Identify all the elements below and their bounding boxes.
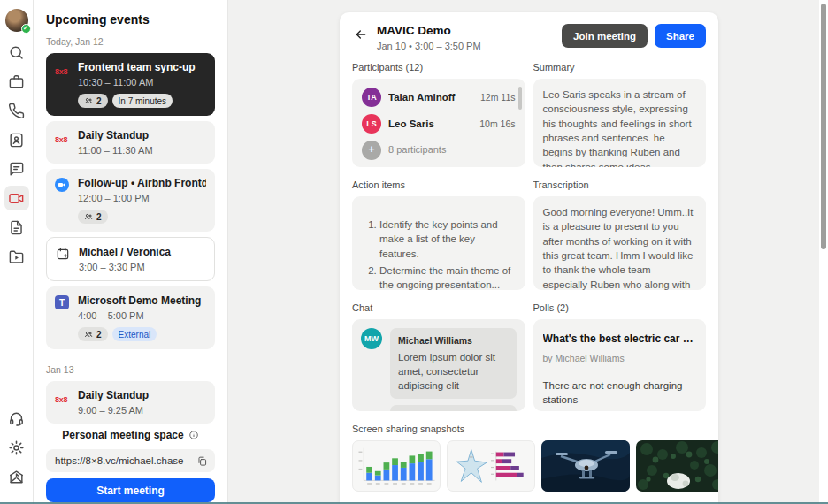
meetings-video-icon[interactable] [4, 186, 29, 210]
event-time: 9:00 – 9:25 AM [78, 405, 206, 416]
people-icon [84, 330, 93, 339]
countdown-chip: In 7 minutes [112, 94, 172, 108]
calls-phone-icon[interactable] [4, 98, 29, 123]
more-participants-label: 8 participants [388, 143, 446, 157]
event-time: 11:00 – 11:30 AM [78, 145, 206, 156]
transcription-text: Good morning everyone! Umm..It is a plea… [543, 207, 694, 290]
event-time: 10:30 – 11:00 AM [78, 77, 206, 88]
chat-author-name: Michael Williams [398, 334, 509, 347]
participant-avatar: LS [362, 114, 381, 134]
search-icon[interactable] [4, 40, 29, 65]
support-headset-icon[interactable] [4, 406, 29, 431]
people-icon [84, 212, 93, 221]
event-card-frontend-sync[interactable]: 8x8 Frontend team sync-up 10:30 – 11:00 … [46, 53, 215, 116]
8x8-logo: 8x8 [55, 135, 67, 144]
action-item: Identify the key points and make a list … [380, 218, 516, 261]
chat-message-bubble: Michael Williams Lorem ipsum dolor sit a… [390, 328, 517, 399]
snapshot-radar-and-bars[interactable] [447, 440, 535, 492]
meeting-header: MAVIC Demo Jan 10 • 3:00 – 3:50 PM Join … [352, 24, 706, 51]
summary-label: Summary [533, 62, 707, 73]
polls-card[interactable]: What's the best electric car other… by M… [533, 319, 707, 411]
meeting-title: MAVIC Demo [377, 24, 555, 37]
more-participants-plus-icon: + [362, 141, 381, 160]
event-title: Follow-up • Airbnb Frontdesk [78, 177, 206, 189]
poll-option-text: There are not enough charging stations [543, 378, 697, 408]
event-title: Daily Standup [78, 389, 206, 401]
external-chip: External [112, 327, 157, 341]
people-icon [84, 96, 93, 105]
share-button[interactable]: Share [655, 24, 706, 48]
meeting-detail-card: MAVIC Demo Jan 10 • 3:00 – 3:50 PM Join … [340, 12, 718, 504]
work-briefcase-icon[interactable] [4, 69, 29, 94]
window-scrollbar-thumb[interactable] [821, 4, 826, 249]
chat-author-avatar: MW [361, 328, 382, 349]
settings-gear-icon[interactable] [4, 435, 29, 460]
action-item: Determine the main theme of the ongoing … [380, 263, 516, 290]
event-title: Daily Standup [78, 129, 206, 141]
summary-card: Leo Saris speaks in a stream of consciou… [533, 79, 707, 167]
participants-scrollbar[interactable] [518, 87, 522, 110]
messages-icon[interactable] [4, 157, 29, 181]
8x8-logo: 8x8 [55, 67, 67, 76]
participants-chip: 2 [78, 94, 108, 108]
recordings-folder-play-icon[interactable] [4, 244, 29, 269]
participant-row[interactable]: LS Leo Saris 10m 16s [362, 114, 516, 134]
calendar-plus-icon [56, 247, 70, 261]
participants-more-row[interactable]: + 8 participants [362, 141, 516, 160]
event-title: Michael / Veronica [79, 246, 205, 258]
participant-duration: 10m 16s [479, 118, 515, 131]
poll-question: What's the best electric car other… [543, 332, 697, 347]
snapshot-bar-chart[interactable] [352, 440, 441, 492]
transcription-label: Transcription [533, 179, 707, 190]
contacts-icon[interactable] [4, 127, 29, 152]
event-card-microsoft-demo[interactable]: T Microsoft Demo Meeting 4:00 – 5:00 PM … [46, 286, 215, 349]
join-meeting-header-button[interactable]: Join meeting [562, 24, 648, 48]
transcription-card: Good morning everyone! Umm..It is a plea… [533, 196, 707, 290]
notes-document-icon[interactable] [4, 215, 29, 240]
8x8-logo: 8x8 [55, 395, 67, 404]
participant-duration: 12m 11s [480, 91, 516, 104]
date-group-today: Today, Jan 12 [46, 36, 215, 47]
event-card-daily-standup[interactable]: 8x8 Daily Standup 11:00 – 11:30 AM [46, 121, 215, 164]
user-avatar[interactable]: ✓ [5, 9, 28, 32]
meeting-sections-grid: Participants (12) Summary TA Talan Amino… [352, 51, 706, 411]
app-window: ✓ [0, 0, 828, 504]
chat-label: Chat [352, 302, 525, 313]
start-meeting-button[interactable]: Start meeting [46, 478, 215, 502]
participant-row[interactable]: TA Talan Aminoff 12m 11s [362, 88, 516, 107]
event-card-daily-standup-jan13[interactable]: 8x8 Daily Standup 9:00 – 9:25 AM [46, 381, 215, 424]
snapshot-forest-photo[interactable] [636, 440, 718, 492]
event-card-michael-veronica[interactable]: Michael / Veronica 3:00 – 3:30 PM [46, 237, 215, 281]
participant-avatar: TA [362, 88, 381, 107]
polls-label: Polls (2) [533, 302, 707, 313]
poll-author: by Michael Williams [543, 352, 697, 365]
meeting-url: https://8×8.vc/michael.chase [55, 455, 196, 466]
participant-name: Talan Aminoff [388, 90, 473, 104]
info-icon[interactable] [188, 430, 199, 440]
snapshots-row [352, 440, 706, 492]
icon-rail: ✓ [0, 0, 34, 504]
participants-chip: 2 [78, 210, 108, 224]
chat-message-bubble: sed do eiusmod tempor incididunt [390, 405, 517, 411]
event-card-followup[interactable]: Follow-up • Airbnb Frontdesk 12:00 – 1:0… [46, 169, 215, 232]
personal-meeting-area: Personal meeting space https://8×8.vc/mi… [46, 429, 215, 504]
whats-new-envelope-icon[interactable] [4, 464, 29, 489]
teams-app-icon: T [55, 295, 69, 309]
meeting-url-field[interactable]: https://8×8.vc/michael.chase [46, 449, 215, 472]
meeting-subtitle: Jan 10 • 3:00 – 3:50 PM [377, 41, 555, 51]
personal-meeting-label: Personal meeting space [46, 429, 215, 441]
back-arrow-icon[interactable] [354, 27, 368, 45]
summary-text: Leo Saris speaks in a stream of consciou… [543, 89, 692, 167]
event-title: Frontend team sync-up [78, 61, 206, 73]
events-panel-title: Upcoming events [46, 12, 215, 27]
participant-name: Leo Saris [388, 117, 472, 131]
chat-message-text: Lorem ipsum dolor sit amet, consectetur … [398, 350, 509, 393]
event-title: Microsoft Demo Meeting [78, 294, 206, 307]
event-time: 3:00 – 3:30 PM [79, 262, 205, 272]
snapshots-label: Screen sharing snapshots [352, 424, 706, 434]
event-time: 12:00 – 1:00 PM [78, 193, 206, 203]
snapshot-drone-photo[interactable] [541, 440, 630, 492]
presence-check-icon: ✓ [21, 24, 31, 34]
event-time: 4:00 – 5:00 PM [78, 310, 206, 321]
copy-icon[interactable] [196, 455, 208, 467]
